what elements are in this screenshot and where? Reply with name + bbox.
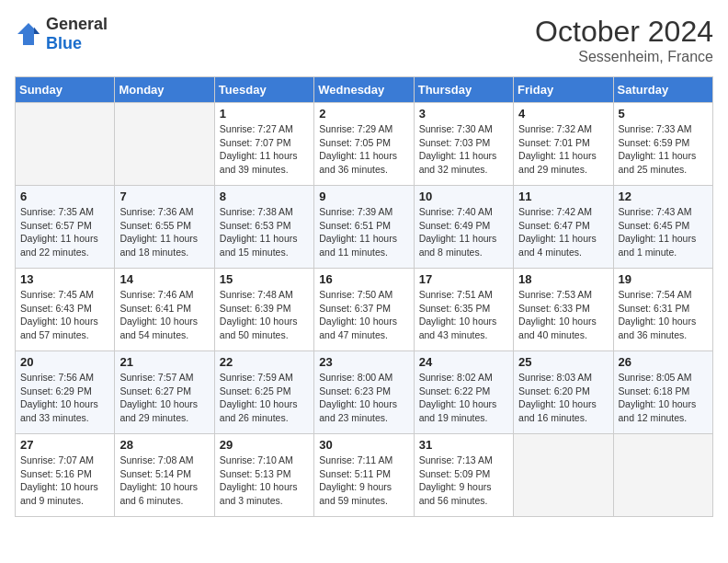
- calendar-cell: 9Sunrise: 7:39 AMSunset: 6:51 PMDaylight…: [314, 186, 414, 269]
- day-info: Sunrise: 7:35 AMSunset: 6:57 PMDaylight:…: [20, 205, 109, 259]
- day-number: 23: [319, 355, 408, 369]
- day-number: 30: [319, 438, 408, 452]
- calendar-cell: 27Sunrise: 7:07 AMSunset: 5:16 PMDayligh…: [16, 434, 115, 517]
- day-number: 29: [220, 438, 309, 452]
- calendar-cell: [115, 103, 214, 186]
- day-number: 4: [518, 107, 608, 121]
- day-number: 18: [518, 272, 608, 286]
- day-number: 27: [20, 438, 109, 452]
- day-number: 17: [419, 272, 508, 286]
- calendar-cell: 1Sunrise: 7:27 AMSunset: 7:07 PMDaylight…: [214, 103, 313, 186]
- col-header-saturday: Saturday: [613, 77, 712, 103]
- day-info: Sunrise: 7:32 AMSunset: 7:01 PMDaylight:…: [518, 122, 608, 177]
- day-info: Sunrise: 7:08 AMSunset: 5:14 PMDaylight:…: [119, 454, 209, 508]
- col-header-sunday: Sunday: [16, 77, 115, 103]
- calendar-cell: 5Sunrise: 7:33 AMSunset: 6:59 PMDaylight…: [613, 103, 712, 186]
- day-info: Sunrise: 7:46 AMSunset: 6:41 PMDaylight:…: [119, 288, 209, 342]
- week-row-0: 1Sunrise: 7:27 AMSunset: 7:07 PMDaylight…: [16, 103, 713, 186]
- day-info: Sunrise: 7:36 AMSunset: 6:55 PMDaylight:…: [119, 205, 209, 259]
- day-info: Sunrise: 7:13 AMSunset: 5:09 PMDaylight:…: [419, 454, 508, 508]
- day-info: Sunrise: 7:40 AMSunset: 6:49 PMDaylight:…: [419, 205, 508, 259]
- calendar-cell: 23Sunrise: 8:00 AMSunset: 6:23 PMDayligh…: [314, 351, 414, 434]
- day-number: 26: [619, 355, 708, 369]
- day-number: 2: [319, 107, 408, 121]
- day-number: 16: [319, 272, 408, 286]
- calendar-cell: 18Sunrise: 7:53 AMSunset: 6:33 PMDayligh…: [514, 269, 613, 351]
- day-number: 20: [20, 355, 109, 369]
- day-number: 1: [220, 107, 309, 121]
- day-number: 21: [119, 355, 209, 369]
- day-number: 9: [319, 190, 408, 203]
- day-number: 12: [619, 190, 708, 203]
- day-info: Sunrise: 7:56 AMSunset: 6:29 PMDaylight:…: [20, 371, 109, 425]
- week-row-3: 20Sunrise: 7:56 AMSunset: 6:29 PMDayligh…: [16, 351, 713, 434]
- day-info: Sunrise: 7:29 AMSunset: 7:05 PMDaylight:…: [319, 122, 408, 177]
- calendar-cell: 8Sunrise: 7:38 AMSunset: 6:53 PMDaylight…: [214, 186, 313, 269]
- week-row-4: 27Sunrise: 7:07 AMSunset: 5:16 PMDayligh…: [16, 434, 713, 517]
- col-header-wednesday: Wednesday: [314, 77, 414, 103]
- day-info: Sunrise: 7:59 AMSunset: 6:25 PMDaylight:…: [220, 371, 309, 425]
- day-info: Sunrise: 7:53 AMSunset: 6:33 PMDaylight:…: [518, 288, 608, 342]
- day-number: 10: [419, 190, 508, 203]
- day-info: Sunrise: 7:43 AMSunset: 6:45 PMDaylight:…: [619, 205, 708, 259]
- day-info: Sunrise: 7:51 AMSunset: 6:35 PMDaylight:…: [419, 288, 508, 342]
- day-number: 3: [419, 107, 508, 121]
- calendar-cell: 6Sunrise: 7:35 AMSunset: 6:57 PMDaylight…: [16, 186, 115, 269]
- calendar-cell: 26Sunrise: 8:05 AMSunset: 6:18 PMDayligh…: [613, 351, 712, 434]
- calendar-cell: 4Sunrise: 7:32 AMSunset: 7:01 PMDaylight…: [514, 103, 613, 186]
- day-info: Sunrise: 7:10 AMSunset: 5:13 PMDaylight:…: [220, 454, 309, 508]
- calendar-cell: 30Sunrise: 7:11 AMSunset: 5:11 PMDayligh…: [314, 434, 414, 517]
- calendar-cell: 17Sunrise: 7:51 AMSunset: 6:35 PMDayligh…: [414, 269, 513, 351]
- day-info: Sunrise: 7:07 AMSunset: 5:16 PMDaylight:…: [20, 454, 109, 508]
- calendar-cell: 3Sunrise: 7:30 AMSunset: 7:03 PMDaylight…: [414, 103, 513, 186]
- day-info: Sunrise: 8:00 AMSunset: 6:23 PMDaylight:…: [319, 371, 408, 425]
- calendar-cell: [613, 434, 712, 517]
- day-info: Sunrise: 7:48 AMSunset: 6:39 PMDaylight:…: [220, 288, 309, 342]
- day-info: Sunrise: 7:39 AMSunset: 6:51 PMDaylight:…: [319, 205, 408, 259]
- day-number: 6: [20, 190, 109, 203]
- day-number: 11: [518, 190, 608, 203]
- location-title: Sessenheim, France: [535, 49, 713, 65]
- day-number: 15: [220, 272, 309, 286]
- calendar-cell: 15Sunrise: 7:48 AMSunset: 6:39 PMDayligh…: [214, 269, 313, 351]
- day-info: Sunrise: 7:27 AMSunset: 7:07 PMDaylight:…: [220, 122, 309, 177]
- logo-general-text: General: [46, 15, 108, 33]
- day-number: 28: [119, 438, 209, 452]
- calendar-cell: 14Sunrise: 7:46 AMSunset: 6:41 PMDayligh…: [115, 269, 214, 351]
- calendar-cell: [514, 434, 613, 517]
- col-header-thursday: Thursday: [414, 77, 513, 103]
- calendar-cell: 21Sunrise: 7:57 AMSunset: 6:27 PMDayligh…: [115, 351, 214, 434]
- calendar-cell: 2Sunrise: 7:29 AMSunset: 7:05 PMDaylight…: [314, 103, 414, 186]
- calendar-cell: 29Sunrise: 7:10 AMSunset: 5:13 PMDayligh…: [214, 434, 313, 517]
- title-block: October 2024 Sessenheim, France: [535, 15, 713, 65]
- day-number: 19: [619, 272, 708, 286]
- day-info: Sunrise: 7:11 AMSunset: 5:11 PMDaylight:…: [319, 454, 408, 508]
- day-info: Sunrise: 7:38 AMSunset: 6:53 PMDaylight:…: [220, 205, 309, 259]
- day-number: 5: [619, 107, 708, 121]
- day-info: Sunrise: 7:57 AMSunset: 6:27 PMDaylight:…: [119, 371, 209, 425]
- calendar-cell: 28Sunrise: 7:08 AMSunset: 5:14 PMDayligh…: [115, 434, 214, 517]
- day-number: 14: [119, 272, 209, 286]
- calendar-cell: [16, 103, 115, 186]
- col-header-monday: Monday: [115, 77, 214, 103]
- logo: General Blue: [15, 15, 108, 53]
- day-info: Sunrise: 7:45 AMSunset: 6:43 PMDaylight:…: [20, 288, 109, 342]
- day-number: 22: [220, 355, 309, 369]
- svg-marker-1: [34, 28, 40, 35]
- calendar-cell: 19Sunrise: 7:54 AMSunset: 6:31 PMDayligh…: [613, 269, 712, 351]
- day-info: Sunrise: 7:33 AMSunset: 6:59 PMDaylight:…: [619, 122, 708, 177]
- calendar-cell: 16Sunrise: 7:50 AMSunset: 6:37 PMDayligh…: [314, 269, 414, 351]
- calendar-cell: 12Sunrise: 7:43 AMSunset: 6:45 PMDayligh…: [613, 186, 712, 269]
- logo-icon: [15, 20, 42, 48]
- page-header: General Blue October 2024 Sessenheim, Fr…: [15, 15, 713, 65]
- month-title: October 2024: [535, 15, 713, 49]
- day-info: Sunrise: 8:03 AMSunset: 6:20 PMDaylight:…: [518, 371, 608, 425]
- calendar-cell: 24Sunrise: 8:02 AMSunset: 6:22 PMDayligh…: [414, 351, 513, 434]
- header-row: SundayMondayTuesdayWednesdayThursdayFrid…: [16, 77, 713, 103]
- day-number: 13: [20, 272, 109, 286]
- week-row-2: 13Sunrise: 7:45 AMSunset: 6:43 PMDayligh…: [16, 269, 713, 351]
- col-header-tuesday: Tuesday: [214, 77, 313, 103]
- calendar-cell: 10Sunrise: 7:40 AMSunset: 6:49 PMDayligh…: [414, 186, 513, 269]
- logo-blue-text: Blue: [46, 34, 82, 52]
- day-number: 8: [220, 190, 309, 203]
